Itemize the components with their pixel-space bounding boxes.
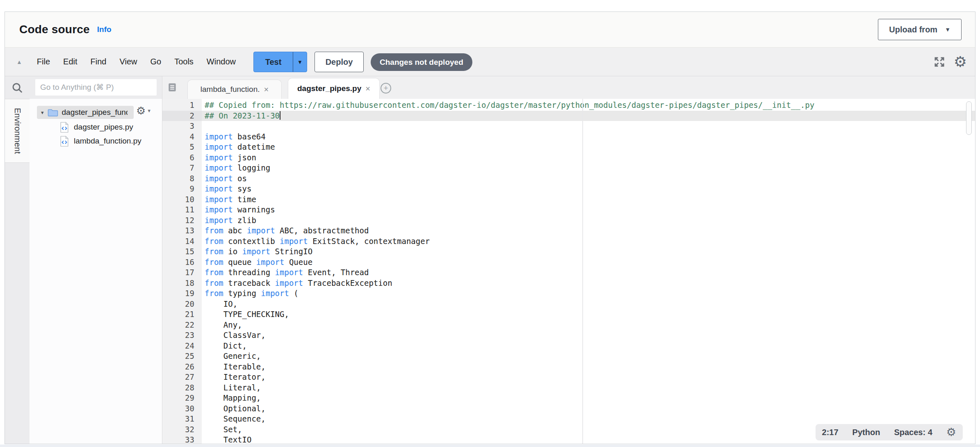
deploy-button[interactable]: Deploy [315, 52, 364, 72]
environment-panel-tab[interactable]: Environment [5, 99, 30, 163]
tree-settings-gear[interactable]: ⚙ ▼ [136, 105, 151, 116]
code-line[interactable]: 16from queue import Queue [162, 257, 975, 268]
code-line[interactable]: 31 Sequence, [162, 414, 975, 424]
line-text: Dict, [202, 341, 975, 351]
line-text: Iterable, [202, 362, 975, 372]
code-line[interactable]: 24 Dict, [162, 341, 975, 351]
line-text: import sys [202, 184, 975, 194]
line-text: Iterator, [202, 372, 975, 383]
code-line[interactable]: 11import warnings [162, 205, 975, 215]
menu-item-tools[interactable]: Tools [168, 57, 200, 66]
go-to-anything-input[interactable] [35, 79, 157, 96]
upload-from-button[interactable]: Upload from ▼ [878, 19, 962, 40]
tree-file-row[interactable]: lambda_function.py [60, 134, 162, 148]
line-number: 21 [162, 309, 202, 320]
chevron-down-icon: ▼ [147, 108, 151, 113]
code-line[interactable]: 29 Mapping, [162, 393, 975, 404]
code-line[interactable]: 1## Copied from: https://raw.githubuserc… [162, 100, 975, 111]
editor-tab-dagster_pipes.py[interactable]: dagster_pipes.py× [288, 78, 380, 99]
fullscreen-icon[interactable] [933, 56, 946, 68]
code-line[interactable]: 22 Any, [162, 320, 975, 331]
code-line[interactable]: 3 [162, 121, 975, 132]
code-line[interactable]: 23 ClassVar, [162, 330, 975, 341]
collapse-panel-icon[interactable]: ▲ [16, 59, 22, 65]
line-number: 20 [162, 299, 202, 310]
code-file-icon [60, 122, 69, 133]
search-icon[interactable] [11, 82, 23, 94]
line-text: Optional, [202, 404, 975, 414]
menu-item-find[interactable]: Find [84, 57, 113, 66]
statusbar-gear-icon[interactable]: ⚙ [946, 427, 956, 438]
code-line[interactable]: 20 IO, [162, 299, 975, 310]
folder-icon [48, 108, 58, 117]
line-number: 29 [162, 393, 202, 404]
code-line[interactable]: 25 Generic, [162, 351, 975, 362]
line-number: 24 [162, 341, 202, 351]
code-line[interactable]: 7import logging [162, 163, 975, 173]
code-line[interactable]: 30 Optional, [162, 404, 975, 414]
menu-item-file[interactable]: File [30, 57, 57, 66]
vertical-scrollbar[interactable] [966, 101, 972, 135]
code-line[interactable]: 10import time [162, 194, 975, 205]
new-tab-icon[interactable]: + [381, 83, 391, 94]
code-line[interactable]: 15from io import StringIO [162, 246, 975, 257]
line-number: 14 [162, 236, 202, 247]
tree-file-row[interactable]: dagster_pipes.py [60, 120, 162, 134]
upload-from-label: Upload from [889, 25, 937, 34]
menu-item-view[interactable]: View [113, 57, 144, 66]
cursor-position[interactable]: 2:17 [822, 428, 839, 437]
disclosure-triangle-icon[interactable]: ▾ [41, 109, 44, 116]
file-name: lambda_function.py [74, 137, 141, 146]
line-text: from abc import ABC, abstractmethod [202, 226, 975, 236]
page-title: Code source [19, 23, 90, 36]
code-area[interactable]: 1## Copied from: https://raw.githubuserc… [162, 99, 975, 444]
text-cursor [280, 111, 280, 120]
indent-setting[interactable]: Spaces: 4 [894, 428, 932, 437]
code-line[interactable]: 26 Iterable, [162, 362, 975, 372]
line-text: from queue import Queue [202, 257, 975, 268]
code-source-card: Code source Info Upload from ▼ ▲ FileEdi… [5, 11, 975, 444]
line-number: 25 [162, 351, 202, 362]
code-line[interactable]: 27 Iterator, [162, 372, 975, 383]
code-line[interactable]: 2## On 2023-11-30 [162, 111, 975, 121]
line-text: TYPE_CHECKING, [202, 309, 975, 320]
line-text: from contextlib import ExitStack, contex… [202, 236, 975, 247]
code-line[interactable]: 9import sys [162, 184, 975, 194]
code-line[interactable]: 21 TYPE_CHECKING, [162, 309, 975, 320]
editor-settings-gear-icon[interactable]: ⚙ [954, 55, 967, 69]
code-line[interactable]: 6import json [162, 153, 975, 163]
code-line[interactable]: 8import os [162, 173, 975, 184]
menu-item-edit[interactable]: Edit [57, 57, 84, 66]
code-line[interactable]: 28 Literal, [162, 383, 975, 393]
editor-tab-lambda_function[interactable]: lambda_function.× [187, 80, 282, 99]
deploy-status-badge: Changes not deployed [371, 53, 472, 71]
test-dropdown-caret-icon[interactable]: ▼ [293, 52, 307, 72]
line-number: 1 [162, 100, 202, 111]
test-split-button[interactable]: Test ▼ [253, 52, 307, 72]
tree-folder-row[interactable]: ▾ dagster_pipes_funct [37, 106, 134, 119]
test-button-label: Test [254, 52, 293, 72]
code-line[interactable]: 13from abc import ABC, abstractmethod [162, 226, 975, 236]
line-number: 10 [162, 194, 202, 205]
code-line[interactable]: 12import zlib [162, 215, 975, 226]
editor-status-bar: 2:17 Python Spaces: 4 ⚙ [816, 424, 963, 440]
code-line[interactable]: 18from traceback import TracebackExcepti… [162, 278, 975, 289]
code-line[interactable]: 14from contextlib import ExitStack, cont… [162, 236, 975, 247]
menu-item-go[interactable]: Go [144, 57, 168, 66]
code-line[interactable]: 19from typing import ( [162, 288, 975, 299]
code-line[interactable]: 4import base64 [162, 132, 975, 142]
language-mode[interactable]: Python [852, 428, 880, 437]
code-line[interactable]: 5import datetime [162, 142, 975, 153]
line-number: 19 [162, 288, 202, 299]
code-line[interactable]: 17from threading import Event, Thread [162, 267, 975, 278]
tab-list-icon[interactable] [167, 82, 178, 93]
code-file-icon [60, 136, 69, 147]
line-text: from threading import Event, Thread [202, 267, 975, 278]
close-icon[interactable]: × [264, 85, 269, 94]
info-link[interactable]: Info [97, 25, 112, 34]
menu-item-window[interactable]: Window [200, 57, 242, 66]
close-icon[interactable]: × [365, 84, 370, 94]
line-text: Generic, [202, 351, 975, 362]
editor-pane: lambda_function.×dagster_pipes.py× + 1##… [162, 76, 975, 444]
line-text: ## Copied from: https://raw.githubuserco… [202, 100, 975, 111]
